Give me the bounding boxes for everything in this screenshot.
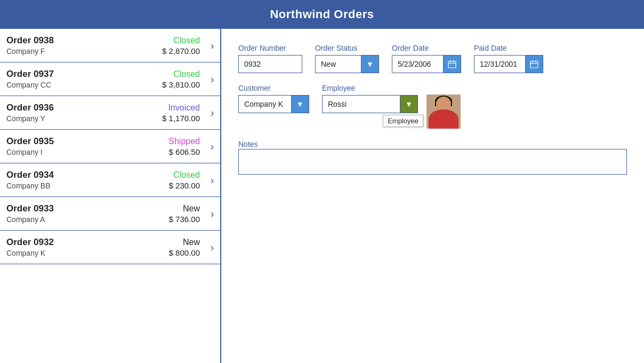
- order-company: Company K: [6, 249, 169, 257]
- notes-section: Notes: [238, 139, 627, 177]
- notes-label: Notes: [238, 140, 258, 148]
- chevron-right-icon: ›: [204, 107, 220, 119]
- order-id: Order 0935: [6, 136, 168, 147]
- employee-label: Employee: [322, 84, 418, 92]
- order-right: New $ 736.00: [169, 204, 202, 224]
- order-info: Order 0938 Company F: [6, 35, 162, 56]
- calendar-icon-svg-2: [530, 60, 538, 68]
- order-right: Closed $ 2,870.00: [162, 36, 202, 56]
- order-id: Order 0936: [6, 102, 162, 113]
- chevron-right-icon: ›: [204, 140, 220, 153]
- order-amount: $ 606.50: [168, 147, 200, 156]
- order-list-panel: Order 0938 Company F Closed $ 2,870.00 ›…: [0, 29, 221, 363]
- order-status: New: [169, 238, 200, 247]
- svg-rect-0: [448, 61, 456, 68]
- customer-group: Customer Company ACompany BBCompany CCCo…: [238, 84, 309, 113]
- order-list-item[interactable]: Order 0933 Company A New $ 736.00 ›: [0, 197, 220, 231]
- order-list-item[interactable]: Order 0937 Company CC Closed $ 3,810.00 …: [0, 62, 220, 96]
- paid-date-label: Paid Date: [474, 44, 543, 52]
- order-status-group: Order Status NewShippedInvoicedClosed ▼: [315, 44, 379, 73]
- order-id: Order 0937: [6, 69, 162, 80]
- form-row-1: Order Number Order Status NewShippedInvo…: [238, 44, 627, 73]
- employee-section: Employee RossiSmithJohnsonWilliams ▼ Emp…: [322, 84, 461, 129]
- paid-date-group: Paid Date: [474, 44, 543, 73]
- order-amount: $ 1,170.00: [162, 114, 200, 123]
- order-list-item[interactable]: Order 0932 Company K New $ 800.00 ›: [0, 231, 220, 264]
- order-info: Order 0933 Company A: [6, 203, 169, 224]
- order-number-input[interactable]: [238, 55, 302, 73]
- app-container: Northwind Orders Order 0938 Company F Cl…: [0, 0, 644, 363]
- order-info: Order 0937 Company CC: [6, 69, 162, 89]
- employee-group: Employee RossiSmithJohnsonWilliams ▼ Emp…: [322, 84, 418, 113]
- order-amount: $ 2,870.00: [162, 46, 200, 56]
- order-id: Order 0933: [6, 203, 169, 214]
- order-date-label: Order Date: [392, 44, 461, 52]
- order-info: Order 0936 Company Y: [6, 102, 162, 123]
- order-company: Company BB: [6, 182, 169, 190]
- order-id: Order 0934: [6, 170, 169, 180]
- chevron-right-icon: ›: [204, 208, 220, 220]
- order-info: Order 0935 Company I: [6, 136, 168, 156]
- order-right: New $ 800.00: [169, 238, 202, 257]
- order-number-group: Order Number: [238, 44, 302, 73]
- order-date-wrapper: [392, 55, 461, 73]
- order-status-label: Order Status: [315, 44, 379, 52]
- order-amount: $ 736.00: [169, 215, 200, 224]
- order-status: Invoiced: [162, 103, 200, 113]
- order-company: Company A: [6, 215, 169, 224]
- order-right: Invoiced $ 1,170.00: [162, 103, 202, 123]
- order-status-select[interactable]: NewShippedInvoicedClosed: [315, 55, 379, 73]
- employee-tooltip: Employee: [383, 115, 423, 127]
- employee-photo: [426, 94, 461, 129]
- chevron-right-icon: ›: [204, 241, 220, 254]
- order-amount: $ 3,810.00: [162, 80, 200, 89]
- chevron-right-icon: ›: [204, 40, 220, 52]
- customer-select[interactable]: Company ACompany BBCompany CCCompany FCo…: [238, 95, 309, 113]
- order-status: Closed: [162, 69, 200, 79]
- app-header: Northwind Orders: [0, 0, 644, 29]
- calendar-icon-svg: [448, 60, 456, 68]
- order-right: Closed $ 230.00: [169, 170, 202, 190]
- order-list-item[interactable]: Order 0938 Company F Closed $ 2,870.00 ›: [0, 29, 220, 62]
- order-status: New: [169, 204, 200, 214]
- order-number-label: Order Number: [238, 44, 302, 52]
- order-status-wrapper: NewShippedInvoicedClosed ▼: [315, 55, 379, 73]
- customer-wrapper: Company ACompany BBCompany CCCompany FCo…: [238, 95, 309, 113]
- order-company: Company CC: [6, 81, 162, 89]
- order-company: Company I: [6, 148, 168, 156]
- order-list: Order 0938 Company F Closed $ 2,870.00 ›…: [0, 29, 220, 363]
- person-body: [429, 109, 458, 129]
- order-info: Order 0932 Company K: [6, 237, 169, 257]
- order-list-item[interactable]: Order 0935 Company I Shipped $ 606.50 ›: [0, 130, 220, 163]
- order-id: Order 0938: [6, 35, 162, 46]
- employee-select-wrapper: RossiSmithJohnsonWilliams ▼ Employee ↖: [322, 95, 418, 113]
- main-content: Order 0938 Company F Closed $ 2,870.00 ›…: [0, 29, 644, 363]
- chevron-right-icon: ›: [204, 174, 220, 186]
- order-list-item[interactable]: Order 0936 Company Y Invoiced $ 1,170.00…: [0, 96, 220, 130]
- order-right: Closed $ 3,810.00: [162, 69, 202, 89]
- paid-date-calendar-icon[interactable]: [525, 55, 543, 73]
- chevron-right-icon: ›: [204, 73, 220, 85]
- order-list-item[interactable]: Order 0934 Company BB Closed $ 230.00 ›: [0, 163, 220, 197]
- order-date-calendar-icon[interactable]: [443, 55, 461, 73]
- order-amount: $ 800.00: [169, 248, 200, 257]
- employee-select[interactable]: RossiSmithJohnsonWilliams: [322, 95, 418, 113]
- order-info: Order 0934 Company BB: [6, 170, 169, 190]
- order-detail-panel: Order Number Order Status NewShippedInvo…: [221, 29, 644, 363]
- customer-label: Customer: [238, 84, 309, 92]
- order-status: Closed: [169, 170, 200, 180]
- order-status: Closed: [162, 36, 200, 45]
- order-right: Shipped $ 606.50: [168, 137, 202, 156]
- order-id: Order 0932: [6, 237, 169, 248]
- order-status: Shipped: [168, 137, 200, 146]
- order-company: Company F: [6, 47, 162, 56]
- paid-date-wrapper: [474, 55, 543, 73]
- form-row-2: Customer Company ACompany BBCompany CCCo…: [238, 84, 627, 129]
- order-company: Company Y: [6, 114, 162, 123]
- order-amount: $ 230.00: [169, 181, 200, 190]
- notes-input[interactable]: [238, 149, 627, 175]
- order-date-group: Order Date: [392, 44, 461, 73]
- app-title: Northwind Orders: [270, 7, 374, 21]
- svg-rect-4: [530, 61, 538, 68]
